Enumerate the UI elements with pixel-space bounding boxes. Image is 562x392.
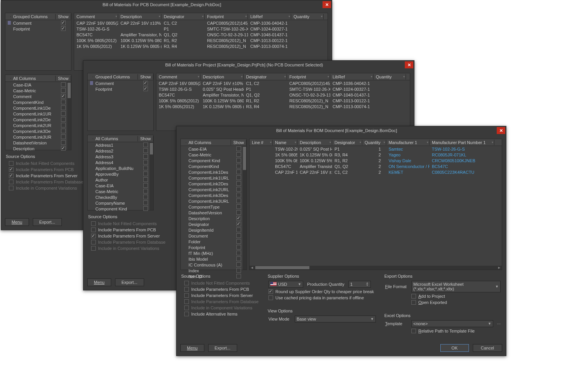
- table-cell[interactable]: RC0805JR-071KL: [430, 153, 494, 157]
- allcols-item[interactable]: CompanyName: [93, 201, 138, 205]
- table-cell[interactable]: CMP-1013-00122-1: [248, 38, 291, 43]
- allcols-item[interactable]: ComponentLink2URL: [186, 187, 231, 192]
- show-checkbox[interactable]: [236, 216, 241, 221]
- show-checkbox[interactable]: [61, 140, 66, 145]
- allcols-item[interactable]: Case-EIA: [93, 183, 138, 188]
- show-checkbox[interactable]: [236, 158, 241, 163]
- show-checkbox[interactable]: [236, 204, 241, 209]
- allcols-item[interactable]: CheckedBy: [93, 195, 138, 200]
- column-header[interactable]: Quantity▾: [291, 14, 324, 19]
- table-cell[interactable]: BC547C: [430, 164, 494, 169]
- allcols-item[interactable]: Description: [186, 216, 231, 221]
- add-to-project-checkbox[interactable]: [411, 294, 416, 299]
- table-cell[interactable]: 1K 5% 0805(2012): [74, 44, 118, 49]
- show-checkbox[interactable]: [143, 195, 148, 199]
- allcols-item[interactable]: Component Kind: [186, 158, 231, 163]
- col-allcols[interactable]: All Columns: [186, 140, 231, 145]
- allcols-item[interactable]: Case-EIA: [11, 83, 56, 87]
- filter-icon[interactable]: ▾: [329, 141, 331, 144]
- close-icon[interactable]: ✕: [405, 61, 413, 68]
- table-cell[interactable]: RESC0805(2012)_N: [205, 38, 248, 43]
- table-cell[interactable]: 1K 5% 0805(2: [273, 153, 297, 157]
- table-cell[interactable]: RESC0805(2012)_N: [287, 98, 330, 103]
- show-checkbox[interactable]: [61, 100, 66, 104]
- show-checkbox[interactable]: [236, 199, 241, 203]
- grouped-item[interactable]: Footprint: [11, 27, 56, 31]
- table-cell[interactable]: KEMET: [386, 170, 430, 175]
- allcols-item[interactable]: fT Min (MHz): [186, 251, 231, 256]
- table-cell[interactable]: R3, R4: [244, 104, 287, 109]
- allcols-item[interactable]: ComponentKind: [186, 164, 231, 169]
- show-checkbox[interactable]: [236, 233, 241, 238]
- show-checkbox[interactable]: [61, 88, 66, 93]
- table-cell[interactable]: 1K 0.125W 5% 0805 (201: [200, 104, 244, 109]
- table-cell[interactable]: C1, C2: [332, 170, 362, 175]
- table-cell[interactable]: SMTC-TSW-102-26-XX-S: [205, 27, 248, 31]
- table-cell[interactable]: 2: [362, 170, 386, 175]
- close-icon[interactable]: ✕: [323, 1, 331, 8]
- allcols-item[interactable]: Address2: [93, 149, 138, 153]
- table-cell[interactable]: Samtec: [386, 147, 430, 151]
- allcols-item[interactable]: Address3: [93, 154, 138, 159]
- show-checkbox[interactable]: [143, 171, 148, 176]
- table-cell[interactable]: BC547C: [156, 93, 200, 97]
- allcols-item[interactable]: Case-Metric: [11, 88, 56, 93]
- show-checkbox[interactable]: [143, 189, 148, 193]
- allcols-item[interactable]: ComponentLink2UR: [11, 123, 56, 128]
- show-checkbox[interactable]: [236, 245, 241, 249]
- show-checkbox[interactable]: [61, 129, 66, 133]
- table-cell[interactable]: 2: [362, 164, 386, 169]
- table-cell[interactable]: Amplifier Transistor, NPI: [118, 32, 161, 37]
- table-cell[interactable]: CMP-1048-01437-1: [330, 93, 374, 97]
- allcols-item[interactable]: Component Kind: [93, 207, 138, 211]
- table-cell[interactable]: CAP 22nF 16: [273, 170, 297, 175]
- column-header[interactable]: Manufacturer 1▾: [386, 140, 430, 145]
- show-checkbox[interactable]: [236, 268, 241, 273]
- column-header[interactable]: Designator▾: [332, 140, 362, 145]
- h-scrollbar[interactable]: [255, 266, 309, 269]
- allcols-item[interactable]: DatasheetVersion: [11, 141, 56, 145]
- col-show[interactable]: Show: [138, 136, 153, 141]
- col-show[interactable]: Show: [56, 76, 71, 81]
- allcols-item[interactable]: Address4: [93, 160, 138, 165]
- allcols-item[interactable]: ComponentLink3UR: [11, 135, 56, 139]
- column-header[interactable]: Description▾: [200, 74, 244, 80]
- table-cell[interactable]: CMP-1013-00122-1: [330, 98, 374, 103]
- table-cell[interactable]: R3, R4: [332, 153, 362, 157]
- column-header[interactable]: Description▾: [118, 14, 161, 19]
- show-checkbox[interactable]: [61, 146, 66, 151]
- table-cell[interactable]: Yageo: [386, 153, 430, 157]
- option-checkbox[interactable]: [91, 227, 96, 232]
- table-cell[interactable]: C1, C2: [161, 21, 205, 25]
- show-checkbox[interactable]: [236, 256, 241, 261]
- table-cell[interactable]: CAP 22nF 16V ±10% 080: [200, 81, 244, 86]
- filter-icon[interactable]: ▾: [403, 75, 405, 78]
- filter-icon[interactable]: ▾: [202, 15, 204, 18]
- show-checkbox[interactable]: [143, 200, 148, 205]
- column-header[interactable]: Comment▾: [74, 14, 118, 19]
- cancel-button[interactable]: Cancel: [473, 344, 502, 352]
- table-cell[interactable]: RESC0805(2012)_N: [287, 104, 330, 109]
- allcols-item[interactable]: Footprint: [186, 245, 231, 250]
- column-header[interactable]: Comment▾: [156, 74, 200, 80]
- filter-icon[interactable]: ▾: [245, 15, 247, 18]
- show-checkbox[interactable]: [236, 146, 241, 151]
- allcols-item[interactable]: IC Continuous (A): [186, 263, 231, 267]
- table-cell[interactable]: C1, C2: [244, 81, 287, 86]
- allcols-item[interactable]: ComponentLink2Des: [186, 182, 231, 186]
- table-cell[interactable]: Amplifier Transistor, NPI: [200, 93, 244, 97]
- table-cell[interactable]: TSW-102-26-: [273, 147, 297, 151]
- filter-icon[interactable]: ▾: [270, 141, 272, 144]
- show-checkbox[interactable]: [143, 177, 148, 182]
- allcols-item[interactable]: DatasheetVersion: [186, 210, 231, 215]
- show-checkbox[interactable]: [143, 154, 148, 159]
- column-header[interactable]: Designator▾: [161, 14, 205, 19]
- show-checkbox[interactable]: [61, 20, 66, 25]
- option-checkbox[interactable]: [91, 234, 96, 238]
- export-button[interactable]: Export...: [33, 218, 62, 226]
- column-header[interactable]: Designator▾: [244, 74, 287, 80]
- file-format-combo[interactable]: Microsoft Excel Worksheet (*.xls;*.xlsx;…: [411, 281, 501, 292]
- allcols-item[interactable]: ComponentLink1De: [11, 106, 56, 110]
- table-cell[interactable]: 100K 5% 0805(2012): [156, 98, 200, 103]
- table-cell[interactable]: Vishay Dale: [386, 158, 430, 163]
